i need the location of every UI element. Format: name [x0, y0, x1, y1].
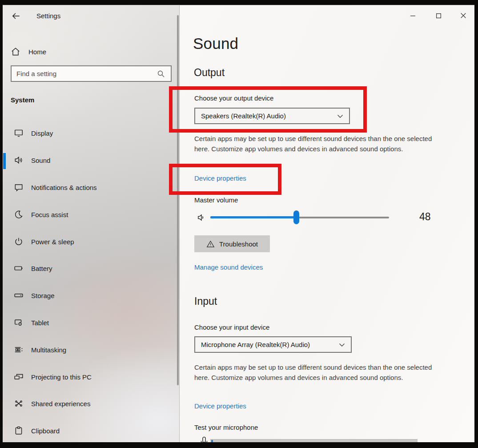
master-volume-slider-fill: [210, 216, 297, 218]
power-icon: [14, 237, 24, 246]
troubleshoot-button[interactable]: Troubleshoot: [194, 235, 270, 252]
sidebar-scrollbar[interactable]: [177, 15, 179, 385]
choose-input-device-label: Choose your input device: [194, 323, 269, 331]
sidebar-item-label: Tablet: [31, 319, 49, 327]
tablet-icon: [14, 318, 24, 327]
input-description: Certain apps may be set up to use differ…: [194, 362, 443, 383]
microphone-level-fill: [211, 440, 213, 442]
minimize-icon: [410, 13, 416, 19]
close-icon: [460, 12, 466, 19]
choose-output-device-label: Choose your output device: [194, 94, 273, 102]
microphone-level-meter: [210, 439, 418, 442]
sidebar-item-label: Shared experiences: [31, 400, 90, 408]
chevron-down-icon: [337, 113, 344, 120]
sidebar-nav: Display Sound Notifications & actions: [3, 5, 179, 442]
settings-window: Settings Home System: [3, 5, 474, 442]
notifications-icon: [14, 182, 24, 192]
sidebar-item-label: Power & sleep: [31, 238, 74, 246]
output-device-value: Speakers (Realtek(R) Audio): [195, 112, 337, 120]
output-section-title: Output: [194, 67, 225, 79]
sidebar-item-power-sleep[interactable]: Power & sleep: [3, 233, 179, 250]
input-device-dropdown[interactable]: Microphone Array (Realtek(R) Audio): [194, 336, 352, 353]
sidebar-item-label: Focus assist: [31, 211, 68, 218]
sidebar-item-multitasking[interactable]: Multitasking: [3, 341, 179, 359]
sidebar-item-label: Display: [31, 129, 53, 137]
pane-divider: [179, 5, 180, 442]
sidebar-item-clipboard[interactable]: Clipboard: [3, 422, 179, 440]
input-device-value: Microphone Array (Realtek(R) Audio): [195, 341, 338, 348]
chevron-down-icon: [338, 341, 345, 348]
master-volume-value: 48: [419, 211, 431, 223]
shared-experiences-icon: [14, 399, 24, 408]
battery-icon: [14, 263, 24, 273]
output-description: Certain apps may be set up to use differ…: [194, 133, 443, 154]
sidebar-item-label: Battery: [31, 265, 52, 272]
input-device-properties-link[interactable]: Device properties: [194, 402, 246, 410]
volume-speaker-icon[interactable]: [196, 212, 207, 223]
input-section-title: Input: [194, 295, 217, 307]
sidebar-item-label: Projecting to this PC: [31, 373, 92, 381]
sidebar-item-storage[interactable]: Storage: [3, 287, 179, 304]
sidebar-item-label: Sound: [31, 157, 50, 164]
focus-assist-icon: [14, 210, 24, 219]
master-volume-label: Master volume: [194, 196, 238, 204]
multitasking-icon: [14, 345, 24, 355]
sidebar: Settings Home System: [3, 5, 179, 442]
page-title: Sound: [193, 35, 238, 52]
warning-icon: [206, 240, 215, 248]
microphone-icon: [199, 436, 209, 442]
sidebar-item-display[interactable]: Display: [3, 124, 179, 142]
sidebar-item-notifications[interactable]: Notifications & actions: [3, 178, 179, 196]
sidebar-item-sound[interactable]: Sound: [3, 151, 179, 169]
main-content: Sound Output Choose your output device S…: [179, 5, 474, 442]
storage-icon: [14, 291, 24, 300]
maximize-button[interactable]: [429, 9, 448, 22]
output-device-properties-link[interactable]: Device properties: [194, 174, 246, 182]
output-device-dropdown[interactable]: Speakers (Realtek(R) Audio): [194, 108, 350, 124]
sidebar-item-label: Notifications & actions: [31, 184, 97, 191]
close-button[interactable]: [454, 9, 473, 22]
sidebar-item-label: Clipboard: [31, 427, 60, 435]
clipboard-icon: [14, 426, 24, 436]
sidebar-item-battery[interactable]: Battery: [3, 259, 179, 277]
sidebar-item-shared-experiences[interactable]: Shared experiences: [3, 395, 179, 412]
sound-icon: [14, 155, 24, 165]
sidebar-item-label: Multitasking: [31, 346, 66, 354]
minimize-button[interactable]: [403, 9, 422, 22]
sidebar-item-tablet[interactable]: Tablet: [3, 314, 179, 331]
sidebar-item-focus-assist[interactable]: Focus assist: [3, 206, 179, 223]
sidebar-item-projecting[interactable]: Projecting to this PC: [3, 368, 179, 386]
manage-sound-devices-link[interactable]: Manage sound devices: [194, 263, 263, 271]
test-microphone-label: Test your microphone: [194, 424, 258, 431]
maximize-icon: [436, 13, 442, 19]
sidebar-item-label: Storage: [31, 292, 55, 299]
screenshot-frame: Settings Home System: [0, 0, 478, 448]
master-volume-slider-thumb[interactable]: [293, 210, 299, 224]
display-icon: [14, 128, 24, 138]
troubleshoot-label: Troubleshoot: [219, 240, 258, 248]
projecting-icon: [14, 372, 24, 382]
